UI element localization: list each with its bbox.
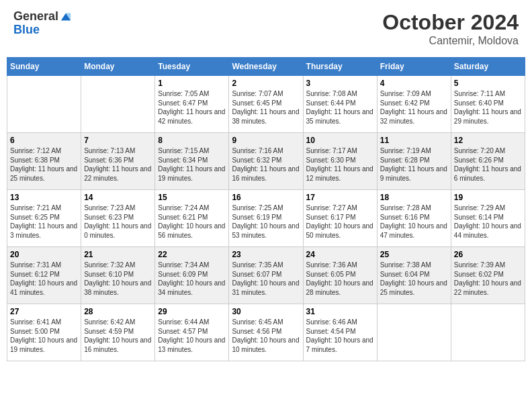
logo-blue-text: Blue — [13, 24, 72, 37]
day-info: Sunrise: 7:34 AM Sunset: 6:09 PM Dayligh… — [158, 261, 226, 297]
day-number: 6 — [10, 136, 78, 145]
day-info: Sunrise: 6:45 AM Sunset: 4:56 PM Dayligh… — [232, 318, 300, 354]
day-info: Sunrise: 7:25 AM Sunset: 6:19 PM Dayligh… — [232, 203, 300, 240]
calendar-day-cell: 31Sunrise: 6:46 AM Sunset: 4:54 PM Dayli… — [303, 304, 377, 361]
day-number: 28 — [84, 307, 152, 316]
day-number: 17 — [306, 193, 374, 202]
calendar-day-cell: 29Sunrise: 6:44 AM Sunset: 4:57 PM Dayli… — [155, 304, 229, 361]
calendar-day-cell: 21Sunrise: 7:32 AM Sunset: 6:10 PM Dayli… — [81, 247, 155, 304]
day-info: Sunrise: 7:28 AM Sunset: 6:16 PM Dayligh… — [380, 203, 448, 240]
day-info: Sunrise: 7:19 AM Sunset: 6:28 PM Dayligh… — [380, 146, 448, 183]
calendar-day-cell: 16Sunrise: 7:25 AM Sunset: 6:19 PM Dayli… — [229, 190, 303, 247]
day-of-week-header: Monday — [81, 58, 155, 76]
calendar-body: 1Sunrise: 7:05 AM Sunset: 6:47 PM Daylig… — [7, 76, 525, 361]
day-number: 27 — [10, 307, 78, 316]
calendar-day-cell — [81, 76, 155, 133]
day-info: Sunrise: 7:13 AM Sunset: 6:36 PM Dayligh… — [84, 146, 152, 183]
calendar-week-row: 13Sunrise: 7:21 AM Sunset: 6:25 PM Dayli… — [7, 190, 525, 247]
day-info: Sunrise: 7:05 AM Sunset: 6:47 PM Dayligh… — [158, 89, 226, 126]
day-info: Sunrise: 7:38 AM Sunset: 6:04 PM Dayligh… — [380, 261, 448, 297]
day-number: 12 — [454, 136, 522, 145]
calendar-week-row: 20Sunrise: 7:31 AM Sunset: 6:12 PM Dayli… — [7, 247, 525, 304]
calendar-week-row: 1Sunrise: 7:05 AM Sunset: 6:47 PM Daylig… — [7, 76, 525, 133]
calendar-day-cell: 3Sunrise: 7:08 AM Sunset: 6:44 PM Daylig… — [303, 76, 377, 133]
calendar-day-cell: 13Sunrise: 7:21 AM Sunset: 6:25 PM Dayli… — [7, 190, 81, 247]
day-number: 18 — [380, 193, 448, 202]
calendar-day-cell: 14Sunrise: 7:23 AM Sunset: 6:23 PM Dayli… — [81, 190, 155, 247]
day-number: 3 — [306, 79, 374, 88]
day-info: Sunrise: 7:08 AM Sunset: 6:44 PM Dayligh… — [306, 89, 374, 126]
calendar-day-cell: 10Sunrise: 7:17 AM Sunset: 6:30 PM Dayli… — [303, 133, 377, 190]
day-info: Sunrise: 7:07 AM Sunset: 6:45 PM Dayligh… — [232, 89, 300, 126]
day-number: 10 — [306, 136, 374, 145]
calendar-day-cell: 11Sunrise: 7:19 AM Sunset: 6:28 PM Dayli… — [377, 133, 451, 190]
day-number: 19 — [454, 193, 522, 202]
day-number: 15 — [158, 193, 226, 202]
day-info: Sunrise: 7:36 AM Sunset: 6:05 PM Dayligh… — [306, 261, 374, 297]
calendar-day-cell: 7Sunrise: 7:13 AM Sunset: 6:36 PM Daylig… — [81, 133, 155, 190]
day-number: 24 — [306, 250, 374, 259]
day-of-week-header: Tuesday — [155, 58, 229, 76]
title-block: October 2024 Cantemir, Moldova — [382, 10, 519, 47]
calendar-day-cell: 12Sunrise: 7:20 AM Sunset: 6:26 PM Dayli… — [451, 133, 525, 190]
calendar-day-cell — [451, 304, 525, 361]
calendar-day-cell: 4Sunrise: 7:09 AM Sunset: 6:42 PM Daylig… — [377, 76, 451, 133]
calendar-day-cell: 24Sunrise: 7:36 AM Sunset: 6:05 PM Dayli… — [303, 247, 377, 304]
calendar-day-cell: 20Sunrise: 7:31 AM Sunset: 6:12 PM Dayli… — [7, 247, 81, 304]
calendar-day-cell: 22Sunrise: 7:34 AM Sunset: 6:09 PM Dayli… — [155, 247, 229, 304]
day-info: Sunrise: 7:35 AM Sunset: 6:07 PM Dayligh… — [232, 261, 300, 297]
day-info: Sunrise: 7:09 AM Sunset: 6:42 PM Dayligh… — [380, 89, 448, 126]
day-number: 26 — [454, 250, 522, 259]
day-of-week-header: Saturday — [451, 58, 525, 76]
day-info: Sunrise: 7:31 AM Sunset: 6:12 PM Dayligh… — [10, 261, 78, 297]
calendar-day-cell: 30Sunrise: 6:45 AM Sunset: 4:56 PM Dayli… — [229, 304, 303, 361]
day-info: Sunrise: 7:20 AM Sunset: 6:26 PM Dayligh… — [454, 146, 522, 183]
calendar-day-cell: 17Sunrise: 7:27 AM Sunset: 6:17 PM Dayli… — [303, 190, 377, 247]
calendar-week-row: 6Sunrise: 7:12 AM Sunset: 6:38 PM Daylig… — [7, 133, 525, 190]
day-info: Sunrise: 7:27 AM Sunset: 6:17 PM Dayligh… — [306, 203, 374, 240]
day-of-week-header: Thursday — [303, 58, 377, 76]
day-number: 7 — [84, 136, 152, 145]
day-number: 11 — [380, 136, 448, 145]
day-number: 8 — [158, 136, 226, 145]
day-number: 2 — [232, 79, 300, 88]
calendar-day-cell: 27Sunrise: 6:41 AM Sunset: 5:00 PM Dayli… — [7, 304, 81, 361]
day-number: 30 — [232, 307, 300, 316]
calendar-table: SundayMondayTuesdayWednesdayThursdayFrid… — [7, 57, 525, 361]
calendar-day-cell: 8Sunrise: 7:15 AM Sunset: 6:34 PM Daylig… — [155, 133, 229, 190]
day-info: Sunrise: 7:24 AM Sunset: 6:21 PM Dayligh… — [158, 203, 226, 240]
logo-general-text: General — [13, 10, 58, 24]
day-number: 4 — [380, 79, 448, 88]
day-number: 22 — [158, 250, 226, 259]
day-info: Sunrise: 6:46 AM Sunset: 4:54 PM Dayligh… — [306, 318, 374, 354]
day-info: Sunrise: 6:41 AM Sunset: 5:00 PM Dayligh… — [10, 318, 78, 354]
calendar-day-cell: 26Sunrise: 7:39 AM Sunset: 6:02 PM Dayli… — [451, 247, 525, 304]
calendar-day-cell: 18Sunrise: 7:28 AM Sunset: 6:16 PM Dayli… — [377, 190, 451, 247]
day-info: Sunrise: 7:39 AM Sunset: 6:02 PM Dayligh… — [454, 261, 522, 297]
calendar-day-cell: 19Sunrise: 7:29 AM Sunset: 6:14 PM Dayli… — [451, 190, 525, 247]
calendar-header-row: SundayMondayTuesdayWednesdayThursdayFrid… — [7, 58, 525, 76]
logo-icon — [60, 11, 72, 23]
day-info: Sunrise: 7:23 AM Sunset: 6:23 PM Dayligh… — [84, 203, 152, 240]
calendar-day-cell: 2Sunrise: 7:07 AM Sunset: 6:45 PM Daylig… — [229, 76, 303, 133]
day-info: Sunrise: 7:21 AM Sunset: 6:25 PM Dayligh… — [10, 203, 78, 240]
day-number: 20 — [10, 250, 78, 259]
calendar-day-cell: 1Sunrise: 7:05 AM Sunset: 6:47 PM Daylig… — [155, 76, 229, 133]
day-number: 25 — [380, 250, 448, 259]
day-number: 1 — [158, 79, 226, 88]
day-info: Sunrise: 7:11 AM Sunset: 6:40 PM Dayligh… — [454, 89, 522, 126]
day-number: 23 — [232, 250, 300, 259]
calendar-day-cell: 15Sunrise: 7:24 AM Sunset: 6:21 PM Dayli… — [155, 190, 229, 247]
day-info: Sunrise: 7:17 AM Sunset: 6:30 PM Dayligh… — [306, 146, 374, 183]
logo: General Blue — [13, 10, 72, 37]
calendar-title: October 2024 — [382, 10, 519, 35]
calendar-day-cell — [7, 76, 81, 133]
day-number: 9 — [232, 136, 300, 145]
calendar-location: Cantemir, Moldova — [382, 35, 519, 47]
calendar-day-cell: 6Sunrise: 7:12 AM Sunset: 6:38 PM Daylig… — [7, 133, 81, 190]
day-of-week-header: Friday — [377, 58, 451, 76]
day-info: Sunrise: 6:42 AM Sunset: 4:59 PM Dayligh… — [84, 318, 152, 354]
day-of-week-header: Wednesday — [229, 58, 303, 76]
day-info: Sunrise: 7:32 AM Sunset: 6:10 PM Dayligh… — [84, 261, 152, 297]
calendar-day-cell: 9Sunrise: 7:16 AM Sunset: 6:32 PM Daylig… — [229, 133, 303, 190]
